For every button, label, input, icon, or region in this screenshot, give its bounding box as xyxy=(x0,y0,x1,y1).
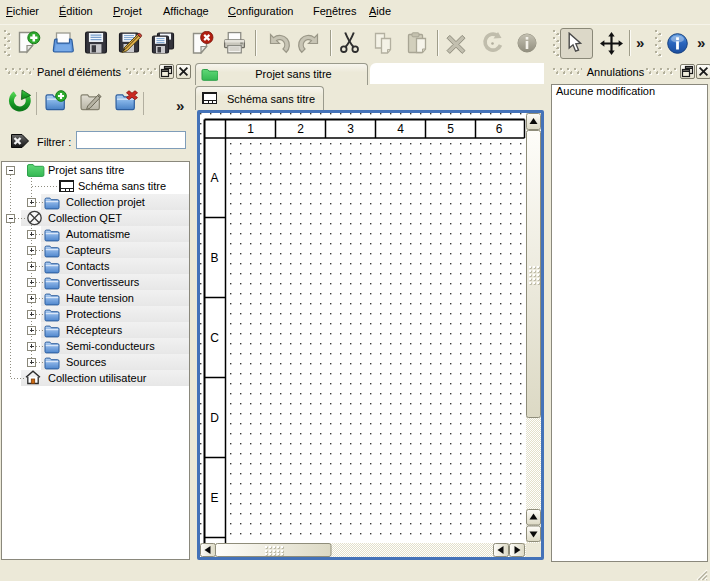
svg-text:Collection utilisateur: Collection utilisateur xyxy=(48,372,147,384)
svg-text:E: E xyxy=(210,491,218,505)
svg-text:Collection QET: Collection QET xyxy=(48,212,122,224)
svg-text:Semi-conducteurs: Semi-conducteurs xyxy=(66,340,155,352)
svg-text:Capteurs: Capteurs xyxy=(66,244,111,256)
svg-text:C: C xyxy=(210,331,219,345)
svg-text:2: 2 xyxy=(297,122,304,136)
svg-text:Protections: Protections xyxy=(66,308,122,320)
svg-text:4: 4 xyxy=(397,122,404,136)
svg-text:5: 5 xyxy=(447,122,454,136)
svg-text:B: B xyxy=(210,251,218,265)
svg-text:3: 3 xyxy=(347,122,354,136)
svg-text:Collection projet: Collection projet xyxy=(66,196,145,208)
svg-text:1: 1 xyxy=(247,122,254,136)
svg-text:6: 6 xyxy=(496,122,503,136)
svg-text:Schéma sans titre: Schéma sans titre xyxy=(78,180,166,192)
svg-text:D: D xyxy=(210,411,219,425)
svg-text:Automatisme: Automatisme xyxy=(66,228,130,240)
svg-text:Récepteurs: Récepteurs xyxy=(66,324,123,336)
svg-text:Haute tension: Haute tension xyxy=(66,292,134,304)
svg-text:Projet sans titre: Projet sans titre xyxy=(48,164,124,176)
svg-text:Contacts: Contacts xyxy=(66,260,110,272)
svg-text:Convertisseurs: Convertisseurs xyxy=(66,276,140,288)
svg-text:A: A xyxy=(210,171,218,185)
svg-text:Sources: Sources xyxy=(66,356,107,368)
